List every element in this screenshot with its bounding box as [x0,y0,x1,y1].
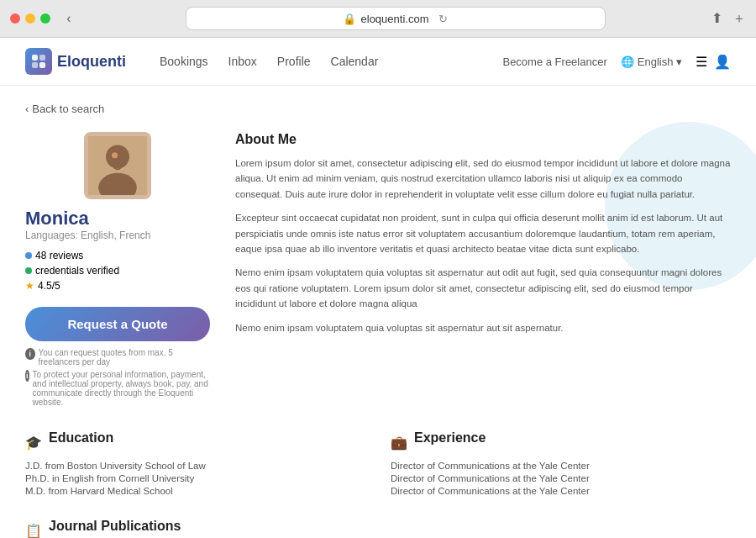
svg-point-7 [112,152,118,158]
request-note-2: i To protect your personal information, … [25,370,210,407]
profile-name: Monica [25,208,210,229]
journal-header: 📋 Journal Publications [25,519,731,538]
nav-right: Become a Freelancer 🌐 English ▾ ☰ 👤 [502,54,731,70]
note-2-text: To protect your personal information, pa… [33,370,210,407]
journal-icon: 📋 [25,523,42,539]
nav-calendar[interactable]: Calendar [331,55,379,68]
rating-value: 4.5/5 [38,280,60,292]
svg-rect-0 [32,55,38,61]
nav-bookings[interactable]: Bookings [160,55,208,68]
logo-text: Eloquenti [57,53,126,71]
page: Eloquenti Bookings Inbox Profile Calenda… [0,38,756,538]
svg-rect-2 [32,62,38,68]
star-icon: ★ [25,280,34,292]
traffic-lights [10,13,50,24]
request-note-1: i You can request quotes from max. 5 fre… [25,348,210,367]
menu-icon[interactable]: ☰ [696,54,707,70]
about-section: About Me Lorem ipsum dolor sit amet, con… [235,132,731,410]
edu-item-1: J.D. from Boston University School of La… [25,461,365,471]
profile-stats: 48 reviews credentials verified ★ 4.5/5 [25,250,210,292]
request-quote-button[interactable]: Request a Quote [25,307,210,341]
info-icon-2: i [25,370,29,382]
reviews-stat: 48 reviews [25,250,210,261]
browser-back-button[interactable]: ‹ [59,8,79,29]
rating-stat: ★ 4.5/5 [25,280,210,292]
education-header: 🎓 Education [25,430,365,454]
edu-item-3: M.D. from Harvard Medical School [25,486,365,496]
about-title: About Me [235,132,731,147]
about-para-4: Nemo enim ipsam voluptatem quia voluptas… [235,320,731,335]
svg-rect-1 [39,55,45,61]
address-bar[interactable]: 🔒 eloquenti.com ↻ [186,7,606,30]
svg-point-5 [106,145,129,169]
about-para-1: Lorem ipsum dolor sit amet, consectetur … [235,156,731,202]
profile-section: Monica Languages: English, French 48 rev… [25,132,731,410]
svg-rect-3 [39,62,45,68]
graduation-icon: 🎓 [25,435,42,451]
credentials-text: credentials verified [35,265,119,277]
browser-chrome: ‹ 🔒 eloquenti.com ↻ ⬆ ＋ [0,0,756,38]
experience-header: 💼 Experience [391,430,731,454]
experience-section: 💼 Experience Director of Communications … [391,430,731,498]
back-link-text: Back to search [32,103,104,115]
exp-item-2: Director of Communications at the Yale C… [391,473,731,483]
reviews-count: 48 reviews [35,250,83,261]
briefcase-icon: 💼 [391,435,407,451]
about-para-3: Nemo enim ipsam voluptatem quia voluptas… [235,265,731,311]
exp-item-1: Director of Communications at the Yale C… [391,461,731,471]
nav-links: Bookings Inbox Profile Calendar [160,55,378,68]
logo[interactable]: Eloquenti [25,48,126,75]
share-icon[interactable]: ⬆ [711,10,722,28]
info-icon-1: i [25,348,35,360]
language-label: English ▾ [638,55,682,68]
profile-card: Monica Languages: English, French 48 rev… [25,132,210,410]
exp-item-3: Director of Communications at the Yale C… [391,486,731,496]
maximize-button[interactable] [40,13,50,24]
credentials-stat: credentials verified [25,265,210,277]
globe-icon: 🌐 [621,55,634,68]
lock-icon: 🔒 [343,13,356,25]
edu-exp-section: 🎓 Education J.D. from Boston University … [25,430,731,498]
url-text: eloquenti.com [361,13,429,25]
nav-icons: ☰ 👤 [696,54,731,70]
close-button[interactable] [10,13,20,24]
about-para-2: Excepteur sint occaecat cupidatat non pr… [235,210,731,256]
language-selector[interactable]: 🌐 English ▾ [621,55,682,68]
edu-item-2: Ph.D. in English from Cornell University [25,473,365,483]
nav-inbox[interactable]: Inbox [228,55,257,68]
refresh-icon[interactable]: ↻ [438,13,448,25]
navbar: Eloquenti Bookings Inbox Profile Calenda… [0,38,756,86]
experience-title: Experience [414,430,486,446]
main-content: ‹ Back to search M [0,86,756,538]
back-arrow-icon: ‹ [25,103,29,115]
profile-languages: Languages: English, French [25,229,210,241]
logo-icon [25,48,52,75]
journal-section: 📋 Journal Publications Nature Science Ne… [25,519,731,538]
note-1-text: You can request quotes from max. 5 freel… [39,348,210,367]
profile-photo [84,132,151,199]
browser-actions: ⬆ ＋ [711,10,746,28]
back-link[interactable]: ‹ Back to search [25,103,731,115]
user-icon[interactable]: 👤 [714,54,731,70]
new-tab-icon[interactable]: ＋ [732,10,746,28]
nav-profile[interactable]: Profile [277,55,311,68]
education-section: 🎓 Education J.D. from Boston University … [25,430,365,498]
education-title: Education [49,430,113,446]
become-freelancer-button[interactable]: Become a Freelancer [502,55,606,68]
minimize-button[interactable] [25,13,35,24]
journal-title: Journal Publications [49,519,181,534]
